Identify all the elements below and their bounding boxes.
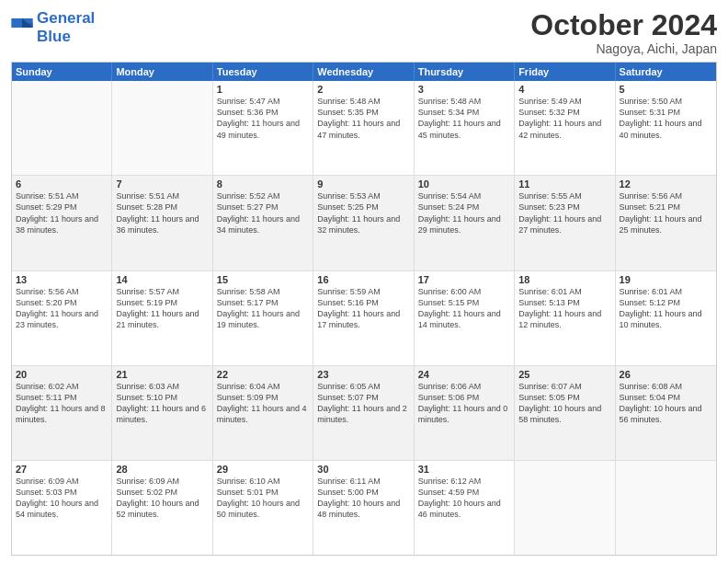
day-number: 10: [418, 178, 510, 190]
month-title: October 2024: [530, 9, 717, 41]
calendar-cell: 29Sunrise: 6:10 AM Sunset: 5:01 PM Dayli…: [213, 461, 313, 555]
day-number: 16: [317, 274, 409, 285]
day-number: 4: [518, 84, 610, 95]
day-info: Sunrise: 5:48 AM Sunset: 5:34 PM Dayligh…: [418, 96, 510, 141]
day-number: 6: [16, 178, 108, 190]
calendar-cell: 18Sunrise: 6:01 AM Sunset: 5:13 PM Dayli…: [515, 271, 615, 365]
day-info: Sunrise: 6:01 AM Sunset: 5:13 PM Dayligh…: [518, 286, 610, 331]
day-info: Sunrise: 5:51 AM Sunset: 5:28 PM Dayligh…: [116, 190, 208, 236]
day-info: Sunrise: 5:49 AM Sunset: 5:32 PM Dayligh…: [518, 96, 610, 141]
day-info: Sunrise: 6:08 AM Sunset: 5:04 PM Dayligh…: [620, 381, 712, 426]
day-number: 26: [620, 369, 712, 380]
day-number: 25: [518, 369, 610, 380]
day-info: Sunrise: 5:52 AM Sunset: 5:27 PM Dayligh…: [217, 190, 309, 236]
day-number: 29: [217, 464, 309, 475]
calendar-cell: 21Sunrise: 6:03 AM Sunset: 5:10 PM Dayli…: [112, 366, 212, 460]
calendar-cell: [616, 461, 716, 555]
calendar-cell: 31Sunrise: 6:12 AM Sunset: 4:59 PM Dayli…: [415, 461, 515, 555]
day-info: Sunrise: 5:56 AM Sunset: 5:20 PM Dayligh…: [16, 286, 108, 331]
day-info: Sunrise: 6:07 AM Sunset: 5:05 PM Dayligh…: [518, 381, 610, 426]
day-number: 17: [418, 274, 510, 285]
day-number: 13: [16, 274, 108, 285]
day-number: 12: [620, 178, 712, 190]
header-saturday: Saturday: [616, 63, 716, 81]
day-info: Sunrise: 6:09 AM Sunset: 5:03 PM Dayligh…: [16, 476, 108, 521]
calendar-cell: 10Sunrise: 5:54 AM Sunset: 5:24 PM Dayli…: [415, 176, 515, 270]
calendar-cell: 8Sunrise: 5:52 AM Sunset: 5:27 PM Daylig…: [213, 176, 313, 270]
calendar-cell: 12Sunrise: 5:56 AM Sunset: 5:21 PM Dayli…: [616, 176, 716, 270]
day-number: 3: [418, 84, 510, 95]
day-info: Sunrise: 6:06 AM Sunset: 5:06 PM Dayligh…: [418, 381, 510, 426]
calendar-cell: 19Sunrise: 6:01 AM Sunset: 5:12 PM Dayli…: [616, 271, 716, 365]
calendar-cell: 9Sunrise: 5:53 AM Sunset: 5:25 PM Daylig…: [313, 176, 414, 270]
header-tuesday: Tuesday: [213, 63, 313, 81]
calendar-cell: 13Sunrise: 5:56 AM Sunset: 5:20 PM Dayli…: [12, 271, 112, 365]
calendar-cell: 1Sunrise: 5:47 AM Sunset: 5:36 PM Daylig…: [213, 81, 313, 175]
logo: General Blue: [11, 9, 95, 45]
day-info: Sunrise: 5:58 AM Sunset: 5:17 PM Dayligh…: [217, 286, 309, 331]
calendar-week-3: 13Sunrise: 5:56 AM Sunset: 5:20 PM Dayli…: [12, 270, 716, 365]
calendar-cell: 25Sunrise: 6:07 AM Sunset: 5:05 PM Dayli…: [515, 366, 615, 460]
day-info: Sunrise: 6:01 AM Sunset: 5:12 PM Dayligh…: [620, 286, 712, 331]
logo-icon: [11, 18, 33, 37]
day-number: 19: [620, 274, 712, 285]
page-container: General Blue October 2024 Nagoya, Aichi,…: [0, 0, 728, 563]
day-info: Sunrise: 6:09 AM Sunset: 5:02 PM Dayligh…: [116, 476, 208, 521]
calendar-cell: 26Sunrise: 6:08 AM Sunset: 5:04 PM Dayli…: [616, 366, 716, 460]
calendar-cell: 22Sunrise: 6:04 AM Sunset: 5:09 PM Dayli…: [213, 366, 313, 460]
day-number: 22: [217, 369, 309, 380]
day-info: Sunrise: 5:47 AM Sunset: 5:36 PM Dayligh…: [217, 96, 309, 141]
day-number: 15: [217, 274, 309, 285]
calendar-cell: 24Sunrise: 6:06 AM Sunset: 5:06 PM Dayli…: [415, 366, 515, 460]
calendar-cell: [12, 81, 112, 175]
day-info: Sunrise: 5:48 AM Sunset: 5:35 PM Dayligh…: [317, 96, 409, 141]
calendar-cell: 2Sunrise: 5:48 AM Sunset: 5:35 PM Daylig…: [313, 81, 414, 175]
day-info: Sunrise: 6:12 AM Sunset: 4:59 PM Dayligh…: [418, 476, 510, 521]
header-monday: Monday: [112, 63, 212, 81]
calendar-header: Sunday Monday Tuesday Wednesday Thursday…: [12, 63, 716, 81]
calendar-cell: 6Sunrise: 5:51 AM Sunset: 5:29 PM Daylig…: [12, 176, 112, 270]
day-number: 21: [116, 369, 208, 380]
calendar-cell: 15Sunrise: 5:58 AM Sunset: 5:17 PM Dayli…: [213, 271, 313, 365]
day-number: 11: [518, 178, 610, 190]
day-number: 5: [620, 84, 712, 95]
calendar-cell: 5Sunrise: 5:50 AM Sunset: 5:31 PM Daylig…: [616, 81, 716, 175]
calendar-cell: 11Sunrise: 5:55 AM Sunset: 5:23 PM Dayli…: [515, 176, 615, 270]
header-thursday: Thursday: [415, 63, 515, 81]
day-number: 18: [518, 274, 610, 285]
calendar-cell: 7Sunrise: 5:51 AM Sunset: 5:28 PM Daylig…: [112, 176, 212, 270]
header-sunday: Sunday: [12, 63, 112, 81]
day-number: 14: [116, 274, 208, 285]
calendar-body: 1Sunrise: 5:47 AM Sunset: 5:36 PM Daylig…: [12, 81, 716, 555]
day-info: Sunrise: 6:04 AM Sunset: 5:09 PM Dayligh…: [217, 381, 309, 426]
calendar-cell: 3Sunrise: 5:48 AM Sunset: 5:34 PM Daylig…: [415, 81, 515, 175]
location: Nagoya, Aichi, Japan: [530, 41, 717, 56]
day-info: Sunrise: 5:50 AM Sunset: 5:31 PM Dayligh…: [620, 96, 712, 141]
calendar-cell: 16Sunrise: 5:59 AM Sunset: 5:16 PM Dayli…: [313, 271, 414, 365]
calendar-cell: 28Sunrise: 6:09 AM Sunset: 5:02 PM Dayli…: [112, 461, 212, 555]
day-number: 8: [217, 178, 309, 190]
calendar-week-4: 20Sunrise: 6:02 AM Sunset: 5:11 PM Dayli…: [12, 365, 716, 460]
day-info: Sunrise: 6:11 AM Sunset: 5:00 PM Dayligh…: [317, 476, 409, 521]
header: General Blue October 2024 Nagoya, Aichi,…: [11, 9, 717, 56]
header-friday: Friday: [515, 63, 615, 81]
day-info: Sunrise: 5:59 AM Sunset: 5:16 PM Dayligh…: [317, 286, 409, 331]
day-info: Sunrise: 5:53 AM Sunset: 5:25 PM Dayligh…: [317, 190, 409, 236]
calendar-cell: 30Sunrise: 6:11 AM Sunset: 5:00 PM Dayli…: [313, 461, 414, 555]
day-number: 20: [16, 369, 108, 380]
header-wednesday: Wednesday: [313, 63, 414, 81]
day-info: Sunrise: 5:57 AM Sunset: 5:19 PM Dayligh…: [116, 286, 208, 331]
calendar-cell: 14Sunrise: 5:57 AM Sunset: 5:19 PM Dayli…: [112, 271, 212, 365]
calendar-cell: [112, 81, 212, 175]
calendar-cell: 17Sunrise: 6:00 AM Sunset: 5:15 PM Dayli…: [415, 271, 515, 365]
day-number: 1: [217, 84, 309, 95]
day-number: 31: [418, 464, 510, 475]
day-info: Sunrise: 6:00 AM Sunset: 5:15 PM Dayligh…: [418, 286, 510, 331]
day-info: Sunrise: 5:51 AM Sunset: 5:29 PM Dayligh…: [16, 190, 108, 236]
day-info: Sunrise: 5:56 AM Sunset: 5:21 PM Dayligh…: [620, 190, 712, 236]
day-number: 30: [317, 464, 409, 475]
calendar-cell: 27Sunrise: 6:09 AM Sunset: 5:03 PM Dayli…: [12, 461, 112, 555]
day-number: 2: [317, 84, 409, 95]
calendar-week-5: 27Sunrise: 6:09 AM Sunset: 5:03 PM Dayli…: [12, 460, 716, 555]
title-area: October 2024 Nagoya, Aichi, Japan: [530, 9, 717, 56]
